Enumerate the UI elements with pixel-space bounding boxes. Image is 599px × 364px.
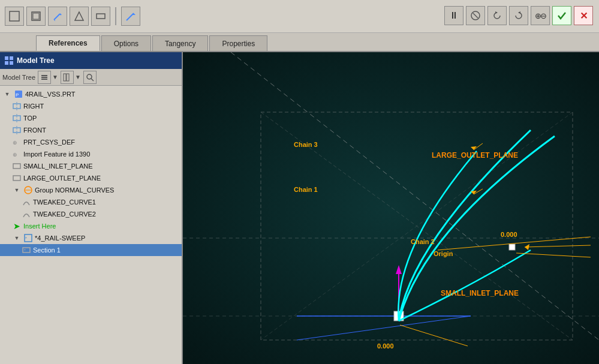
tab-bar: References Options Tangency Properties (0, 33, 599, 52)
import-icon: ⊕ (12, 149, 22, 159)
toolbar-btn-rect[interactable] (91, 7, 110, 26)
svg-rect-18 (41, 75, 47, 76)
tree-item-sweep[interactable]: ▼ * *4_RAIL-SWEEP (0, 232, 182, 244)
svg-rect-14 (5, 56, 8, 60)
tree-item-large-outlet[interactable]: LARGE_OUTLET_PLANE (0, 172, 182, 184)
plane-icon-front (12, 125, 22, 135)
toolbar-btn-1[interactable] (5, 7, 24, 26)
tree-item-right-label: RIGHT (23, 103, 44, 110)
svg-text:⊕: ⊕ (13, 152, 17, 158)
svg-text:*: * (25, 236, 27, 240)
toolbar-btn-triangle[interactable] (70, 7, 89, 26)
tab-options[interactable]: Options (101, 35, 151, 51)
model-tree-title: Model Tree (17, 56, 55, 65)
viewport[interactable]: LARGE_OUTLET_PLANE Chain 3 Chain 1 Chain… (183, 52, 599, 364)
svg-line-3 (54, 14, 60, 20)
pause-btn[interactable]: ⏸ (444, 6, 463, 25)
insert-icon: ➤ (12, 221, 22, 231)
tree-item-root-label: 4RAIL_VSS.PRT (25, 91, 76, 98)
tree-item-top-label: TOP (23, 115, 37, 122)
curve-icon-2 (22, 209, 31, 219)
csys-icon: ⊕ (12, 137, 22, 147)
svg-rect-43 (183, 52, 599, 364)
tree-item-section1[interactable]: * Section 1 (0, 244, 182, 256)
tree-item-csys[interactable]: ⊕ PRT_CSYS_DEF (0, 136, 182, 148)
tree-item-front-label: FRONT (23, 127, 46, 134)
tree-item-right[interactable]: RIGHT (0, 100, 182, 112)
tree-toolbar-label: Model Tree (2, 74, 35, 81)
arrow-down-icon: ▼ (2, 89, 12, 99)
svg-text:*: * (24, 248, 26, 252)
tree-item-insert[interactable]: ➤ Insert Here (0, 220, 182, 232)
tree-item-small-inlet-label: SMALL_INLET_PLANE (23, 163, 93, 170)
plane-icon-large (12, 173, 22, 183)
svg-line-5 (54, 20, 55, 21)
tree-item-group-label: Group NORMAL_CURVES (35, 186, 114, 194)
svg-rect-55 (509, 244, 515, 250)
tree-item-section1-label: Section 1 (33, 246, 61, 254)
svg-rect-21 (64, 74, 66, 81)
tree-cols-btn[interactable] (61, 71, 74, 84)
model-tree-toolbar: Model Tree ▼ ▼ (0, 69, 182, 86)
arrow-down-group-icon: ▼ (12, 185, 22, 195)
tree-item-small-inlet[interactable]: SMALL_INLET_PLANE (0, 160, 182, 172)
redo-btn[interactable] (509, 6, 528, 25)
tree-item-curve1[interactable]: TWEAKED_CURVE1 (0, 196, 182, 208)
svg-text:P: P (16, 92, 19, 98)
viewport-svg (183, 52, 599, 364)
svg-line-4 (60, 14, 61, 15)
undo-btn[interactable] (487, 6, 507, 25)
arrow-down-sweep-icon: ▼ (12, 233, 22, 243)
plane-icon-top (12, 113, 22, 123)
tree-item-csys-label: PRT_CSYS_DEF (23, 139, 75, 146)
svg-line-11 (473, 13, 478, 18)
toolbar-btn-2[interactable] (26, 7, 46, 26)
tree-item-curve1-label: TWEAKED_CURVE1 (33, 198, 96, 206)
tree-item-front[interactable]: FRONT (0, 124, 182, 136)
tree-item-curve2-label: TWEAKED_CURVE2 (33, 210, 96, 218)
svg-line-8 (127, 13, 134, 20)
toolbar-btn-pencil[interactable] (48, 7, 67, 26)
tree-item-curve2[interactable]: TWEAKED_CURVE2 (0, 208, 182, 220)
svg-marker-13 (518, 11, 520, 14)
svg-rect-2 (33, 13, 39, 19)
svg-rect-0 (10, 11, 19, 21)
section-icon: * (22, 245, 31, 255)
svg-rect-22 (67, 74, 69, 81)
toolbar-separator (115, 7, 116, 25)
svg-rect-17 (10, 61, 13, 65)
part-icon: P (14, 89, 23, 99)
top-toolbar: ⏸ ⊕⊖ ✕ (0, 0, 599, 33)
tree-settings-btn[interactable] (38, 71, 51, 84)
stop-btn[interactable] (466, 6, 485, 25)
tree-item-import-label: Import Feature id 1390 (23, 151, 90, 158)
accept-btn[interactable] (552, 6, 571, 25)
tree-item-large-outlet-label: LARGE_OUTLET_PLANE (23, 175, 101, 182)
cancel-btn[interactable]: ✕ (574, 6, 593, 25)
svg-line-24 (91, 79, 94, 81)
group-icon (23, 185, 33, 195)
svg-rect-20 (41, 79, 47, 80)
tab-tangency[interactable]: Tangency (152, 35, 208, 51)
tree-item-import[interactable]: ⊕ Import Feature id 1390 (0, 148, 182, 160)
svg-point-23 (87, 74, 92, 79)
main-content: Model Tree Model Tree ▼ ▼ (0, 52, 599, 364)
tree-item-root[interactable]: ▼ P 4RAIL_VSS.PRT (0, 88, 182, 100)
tree-search-btn[interactable] (83, 71, 97, 84)
sweep-icon: * (23, 233, 33, 243)
tree-item-sweep-label: *4_RAIL-SWEEP (35, 234, 85, 242)
svg-rect-16 (5, 61, 8, 65)
tree-item-top[interactable]: TOP (0, 112, 182, 124)
svg-text:⊕: ⊕ (13, 140, 17, 146)
model-tree-header: Model Tree (0, 52, 182, 69)
tree-item-insert-label: Insert Here (23, 222, 56, 230)
pair-btn[interactable]: ⊕⊖ (531, 6, 550, 25)
svg-marker-12 (495, 11, 498, 14)
tree-item-group[interactable]: ▼ Group NORMAL_CURVES (0, 184, 182, 196)
svg-rect-35 (13, 164, 20, 169)
left-panel: Model Tree Model Tree ▼ ▼ (0, 52, 183, 364)
tab-references[interactable]: References (36, 35, 100, 51)
svg-rect-19 (41, 77, 47, 78)
tab-properties[interactable]: Properties (209, 35, 267, 51)
toolbar-btn-arrow-pencil[interactable] (121, 7, 140, 26)
